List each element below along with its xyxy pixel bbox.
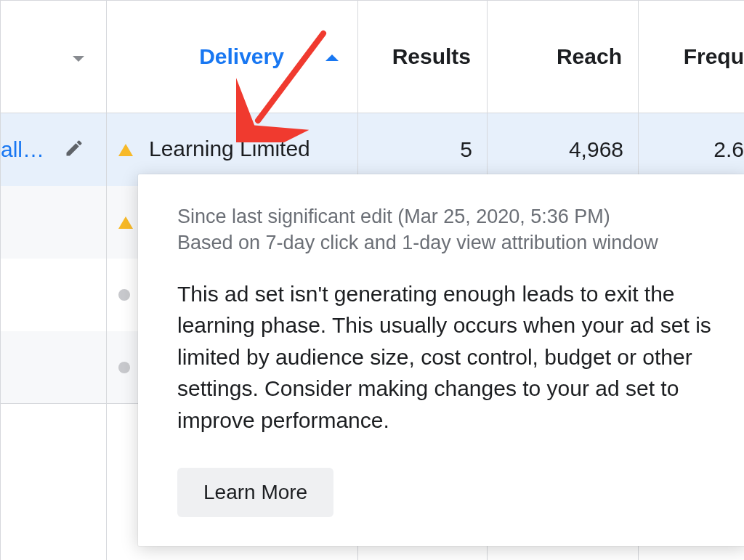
tooltip-meta: Since last significant edit (Mar 25, 202…: [177, 203, 718, 256]
reach-value: 4,968: [488, 137, 638, 162]
column-header-results[interactable]: Results: [358, 1, 488, 113]
learn-more-button[interactable]: Learn More: [177, 468, 333, 517]
column-header-frequency[interactable]: Frequ: [639, 1, 745, 113]
column-label: Frequ: [684, 44, 744, 68]
status-dot-icon: [118, 362, 130, 373]
column-header-first[interactable]: [1, 1, 107, 113]
table-header-row: Delivery Results Reach Frequ: [1, 1, 745, 113]
column-header-reach[interactable]: Reach: [488, 1, 639, 113]
ad-set-name[interactable]: all…: [1, 137, 44, 162]
frequency-value: 2.6: [639, 137, 744, 162]
name-cell[interactable]: [1, 186, 107, 259]
tooltip-meta-line1: Since last significant edit (Mar 25, 202…: [177, 203, 718, 230]
warning-icon: [118, 144, 133, 156]
tooltip-meta-line2: Based on 7-day click and 1-day view attr…: [177, 230, 718, 256]
learning-limited-tooltip: Since last significant edit (Mar 25, 202…: [138, 174, 744, 546]
column-label: Results: [392, 44, 471, 68]
delivery-status: Learning Limited: [149, 137, 310, 161]
column-header-delivery[interactable]: Delivery: [107, 1, 358, 113]
column-label: Delivery: [199, 44, 284, 68]
caret-down-icon: [73, 56, 84, 62]
warning-icon: [118, 216, 133, 229]
results-value: 5: [358, 137, 487, 162]
status-dot-icon: [118, 289, 130, 301]
name-cell[interactable]: [1, 259, 107, 331]
name-cell[interactable]: [1, 331, 107, 404]
name-cell[interactable]: all…: [1, 113, 107, 186]
tooltip-body: This ad set isn't generating enough lead…: [177, 278, 718, 437]
sort-ascending-icon: [326, 54, 339, 61]
pencil-icon[interactable]: [64, 138, 84, 158]
column-label: Reach: [557, 44, 622, 68]
